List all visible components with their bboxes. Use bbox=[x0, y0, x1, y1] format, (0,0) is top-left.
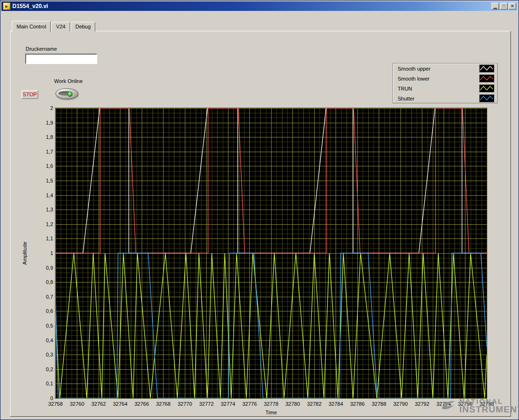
x-tick-label: 32766 bbox=[135, 401, 149, 407]
plot-sample-icon[interactable] bbox=[479, 84, 494, 92]
work-online-label: Work Online bbox=[54, 78, 82, 84]
ni-eagle-icon bbox=[440, 398, 456, 414]
legend-item-smooth-upper[interactable]: Smooth upper bbox=[393, 64, 497, 73]
y-axis-tick-labels: 21,91,81,71,61,51,41,31,21,110,90,80,70,… bbox=[29, 108, 54, 398]
y-tick-label: 1,2 bbox=[46, 221, 53, 227]
tab-main-control[interactable]: Main Control bbox=[12, 21, 51, 32]
window-title: D1554_v20.vi bbox=[12, 3, 48, 9]
minimize-icon[interactable]: ▁ bbox=[492, 3, 499, 9]
maximize-icon[interactable]: □ bbox=[500, 3, 508, 9]
vi-window: ▶ D1554_v20.vi ▁ □ ✕ Main Control V24 De… bbox=[0, 0, 519, 420]
y-tick-label: 0,1 bbox=[46, 381, 53, 386]
plot-sample-icon[interactable] bbox=[479, 74, 494, 82]
y-tick-label: 1,9 bbox=[46, 120, 53, 126]
ni-watermark-line2: INSTRUMENTS bbox=[459, 405, 519, 414]
x-tick-label: 32784 bbox=[328, 401, 343, 407]
x-tick-label: 32790 bbox=[393, 401, 408, 407]
y-tick-label: 0,7 bbox=[46, 294, 53, 300]
x-tick-label: 32786 bbox=[350, 401, 365, 407]
legend-item-trun[interactable]: TRUN bbox=[393, 83, 497, 93]
y-tick-label: 2 bbox=[50, 105, 53, 111]
x-axis-tick-labels: 3275832760327623276432766327683277032772… bbox=[55, 401, 487, 408]
x-tick-label: 32758 bbox=[48, 401, 63, 407]
stop-button[interactable]: STOP bbox=[21, 90, 38, 99]
work-online-led bbox=[67, 91, 73, 97]
plot-area bbox=[55, 108, 487, 398]
legend-label: Smooth upper bbox=[398, 66, 430, 72]
x-tick-label: 32776 bbox=[242, 401, 257, 407]
plot-legend: Smooth upper Smooth lower TRUN Shutter bbox=[392, 63, 498, 103]
legend-label: TRUN bbox=[398, 86, 412, 91]
waveform-chart: Amplitude 21,91,81,71,61,51,41,31,21,110… bbox=[23, 103, 498, 416]
y-tick-label: 1,1 bbox=[46, 236, 53, 241]
plot-sample-icon[interactable] bbox=[479, 94, 494, 102]
legend-label: Smooth lower bbox=[398, 76, 429, 82]
y-tick-label: 1,4 bbox=[46, 192, 53, 198]
title-bar[interactable]: ▶ D1554_v20.vi ▁ □ ✕ bbox=[1, 1, 518, 11]
x-axis-title: Time bbox=[55, 410, 487, 415]
labview-vi-icon: ▶ bbox=[3, 2, 10, 10]
y-tick-label: 0,3 bbox=[46, 352, 53, 357]
y-tick-label: 1 bbox=[50, 250, 53, 256]
x-tick-label: 32768 bbox=[156, 401, 171, 407]
ni-watermark-line1: NATIONAL bbox=[459, 398, 519, 405]
y-tick-label: 1,3 bbox=[46, 207, 53, 212]
plot-svg bbox=[55, 108, 487, 398]
y-tick-label: 0,5 bbox=[46, 323, 53, 329]
y-tick-label: 0,8 bbox=[46, 279, 53, 285]
ni-watermark: NATIONAL INSTRUMENTS bbox=[440, 398, 519, 414]
x-tick-label: 32762 bbox=[91, 401, 106, 407]
x-tick-label: 32760 bbox=[70, 401, 84, 407]
tab-v24[interactable]: V24 bbox=[51, 22, 70, 32]
y-tick-label: 0,9 bbox=[46, 265, 53, 271]
y-tick-label: 1,8 bbox=[46, 134, 53, 140]
tab-debug[interactable]: Debug bbox=[71, 22, 95, 32]
close-icon[interactable]: ✕ bbox=[509, 3, 516, 9]
x-tick-label: 32780 bbox=[285, 401, 300, 407]
legend-item-smooth-lower[interactable]: Smooth lower bbox=[393, 73, 497, 83]
y-tick-label: 1,5 bbox=[46, 178, 53, 183]
x-tick-label: 32788 bbox=[372, 401, 386, 407]
y-tick-label: 0 bbox=[50, 395, 53, 401]
tab-strip: Main Control V24 Debug bbox=[12, 21, 96, 32]
y-tick-label: 0,6 bbox=[46, 308, 53, 314]
y-tick-label: 0,4 bbox=[46, 338, 53, 343]
x-tick-label: 32772 bbox=[199, 401, 214, 407]
x-tick-label: 32778 bbox=[264, 401, 279, 407]
legend-label: Shutter bbox=[398, 96, 414, 101]
series-smooth-lower bbox=[55, 108, 487, 253]
legend-item-shutter[interactable]: Shutter bbox=[393, 93, 497, 103]
druckername-input[interactable] bbox=[25, 54, 97, 64]
main-control-panel: Druckername Work Online STOP Smooth uppe… bbox=[10, 31, 511, 417]
y-tick-label: 1,6 bbox=[46, 163, 53, 169]
x-tick-label: 32782 bbox=[307, 401, 322, 407]
plot-sample-icon[interactable] bbox=[479, 64, 494, 73]
x-tick-label: 32764 bbox=[113, 401, 127, 407]
y-axis-title-wrap: Amplitude bbox=[21, 108, 28, 398]
x-tick-label: 32774 bbox=[221, 401, 236, 407]
work-online-toggle[interactable] bbox=[55, 88, 78, 99]
y-tick-label: 0,2 bbox=[46, 366, 53, 372]
series-trun bbox=[55, 253, 487, 398]
x-tick-label: 32792 bbox=[415, 401, 429, 407]
druckername-label: Druckername bbox=[26, 46, 57, 52]
series-smooth-upper bbox=[55, 108, 487, 253]
y-tick-label: 1,7 bbox=[46, 149, 53, 155]
y-axis-title: Amplitude bbox=[22, 242, 27, 265]
x-tick-label: 32770 bbox=[178, 401, 192, 407]
